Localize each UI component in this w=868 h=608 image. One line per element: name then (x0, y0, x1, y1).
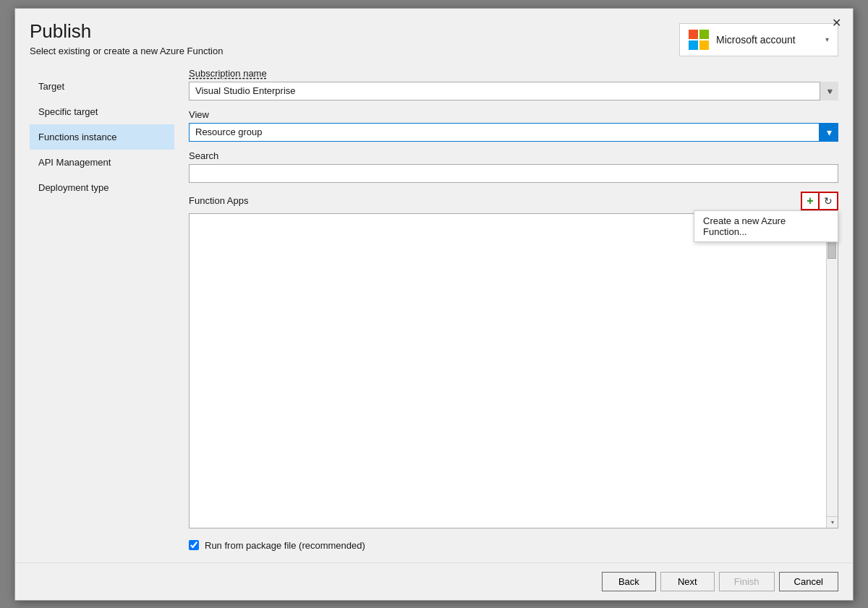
dialog-body: Target Specific target Functions instanc… (15, 56, 853, 562)
dialog-header: Publish Select existing or create a new … (15, 9, 853, 56)
view-group: View Resource group ▾ (189, 109, 838, 142)
ms-logo-tr (699, 30, 709, 39)
dialog-footer: Back Next Finish Cancel (15, 562, 853, 600)
header-right: Microsoft account ▾ (679, 23, 838, 56)
function-apps-section: Function Apps + ↻ Create a new Azure Fun… (189, 192, 838, 528)
package-file-checkbox-row: Run from package file (recommended) (189, 540, 838, 551)
back-button[interactable]: Back (602, 572, 656, 591)
account-name: Microsoft account (716, 34, 818, 46)
close-button[interactable]: ✕ (832, 17, 841, 29)
plus-icon: + (807, 194, 813, 207)
scrollbar-bottom[interactable]: ▾ (826, 516, 838, 528)
subscription-select-wrapper: Visual Studio Enterprise ▾ (189, 82, 838, 100)
search-group: Search (189, 150, 838, 183)
ms-logo-bl (689, 40, 698, 50)
sidebar: Target Specific target Functions instanc… (30, 68, 174, 551)
refresh-icon: ↻ (824, 195, 833, 207)
finish-button[interactable]: Finish (719, 572, 775, 591)
add-function-button[interactable]: + (801, 192, 820, 210)
function-apps-toolbar: + ↻ Create a new Azure Function... (801, 192, 838, 210)
cancel-button[interactable]: Cancel (779, 572, 838, 591)
package-file-checkbox[interactable] (189, 540, 199, 550)
scrollbar-track[interactable] (826, 214, 838, 528)
ms-logo (689, 30, 709, 50)
function-apps-header: Function Apps + ↻ Create a new Azure Fun… (189, 192, 838, 210)
header-left: Publish Select existing or create a new … (30, 20, 223, 56)
sidebar-item-specific-target[interactable]: Specific target (30, 99, 174, 124)
sidebar-item-deployment-type[interactable]: Deployment type (30, 175, 174, 200)
account-chevron-icon: ▾ (825, 35, 829, 43)
refresh-button[interactable]: ↻ (820, 192, 838, 210)
next-button[interactable]: Next (660, 572, 715, 591)
search-input[interactable] (189, 164, 838, 183)
dialog-subtitle: Select existing or create a new Azure Fu… (30, 46, 223, 56)
create-new-function-item[interactable]: Create a new Azure Function... (694, 211, 838, 241)
sidebar-item-target[interactable]: Target (30, 74, 174, 99)
search-label: Search (189, 150, 838, 161)
subscription-select[interactable]: Visual Studio Enterprise (189, 82, 838, 100)
subscription-label: Subscription name (189, 68, 838, 79)
create-dropdown-menu: Create a new Azure Function... (694, 210, 838, 242)
view-select-wrapper: Resource group ▾ (189, 123, 838, 142)
subscription-group: Subscription name Visual Studio Enterpri… (189, 68, 838, 100)
function-apps-label: Function Apps (189, 195, 248, 206)
function-apps-list[interactable]: ▾ (189, 213, 838, 528)
sidebar-item-functions-instance[interactable]: Functions instance (30, 124, 174, 150)
view-label: View (189, 109, 838, 120)
publish-dialog: Publish Select existing or create a new … (14, 8, 854, 601)
ms-logo-tl (689, 30, 698, 39)
account-area[interactable]: Microsoft account ▾ (679, 23, 838, 56)
main-content: Subscription name Visual Studio Enterpri… (174, 68, 838, 551)
sidebar-item-api-management[interactable]: API Management (30, 150, 174, 175)
view-dropdown-button[interactable]: ▾ (820, 123, 838, 142)
package-file-label: Run from package file (recommended) (205, 540, 365, 551)
ms-logo-br (699, 40, 709, 50)
view-select[interactable]: Resource group (189, 123, 820, 142)
dialog-title: Publish (30, 20, 223, 43)
